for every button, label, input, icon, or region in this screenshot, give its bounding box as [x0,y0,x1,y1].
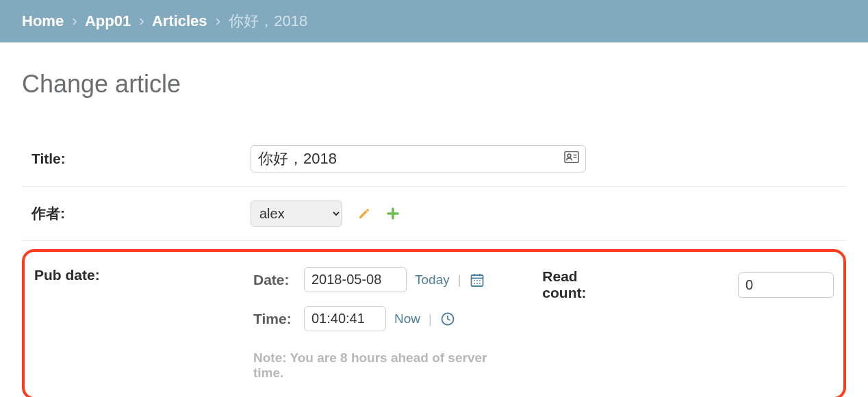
calendar-icon [470,272,485,287]
row-author: 作者: alex [22,187,846,241]
clock-icon [440,311,455,326]
time-subrow: Time: Now | [253,306,515,331]
svg-point-10 [479,280,481,281]
breadcrumb: Home › App01 › Articles › 你好，2018 [0,0,868,42]
author-label: 作者: [31,204,223,223]
svg-point-8 [474,280,475,281]
contact-card-icon [564,151,579,167]
svg-point-12 [476,283,478,284]
readcount-group: Read count: [542,267,834,301]
breadcrumb-current: 你好，2018 [229,12,307,29]
breadcrumb-sep: › [72,12,77,29]
plus-icon [386,207,400,220]
timezone-note: Note: You are 8 hours ahead of server ti… [253,350,515,381]
date-subrow: Date: Today | [253,267,515,292]
breadcrumb-sep: › [216,12,220,29]
breadcrumb-model[interactable]: Articles [152,12,207,29]
edit-author-button[interactable] [357,207,371,220]
breadcrumb-home[interactable]: Home [22,12,64,29]
today-link[interactable]: Today [415,272,450,287]
separator: | [458,272,461,287]
row-title: Title: [22,131,846,187]
breadcrumb-sep: › [139,12,144,29]
title-input[interactable] [251,145,586,172]
now-link[interactable]: Now [394,311,420,326]
svg-point-1 [567,154,571,157]
readcount-label: Read count: [542,268,619,301]
pubdate-inputs: Date: Today | [253,267,515,381]
pencil-icon [357,207,371,220]
time-sub-label: Time: [253,311,296,327]
date-input[interactable] [304,267,407,292]
breadcrumb-app[interactable]: App01 [85,12,131,29]
readcount-input[interactable] [738,272,834,298]
add-author-button[interactable] [386,207,400,220]
page-title: Change article [22,70,846,99]
svg-point-13 [479,283,481,284]
author-select[interactable]: alex [251,201,342,227]
time-input[interactable] [304,306,386,331]
separator: | [429,311,432,326]
date-picker-button[interactable] [470,272,485,287]
title-input-wrap [251,145,586,172]
time-picker-button[interactable] [440,311,455,326]
svg-point-9 [476,280,478,281]
pubdate-label: Pub date: [34,267,226,283]
content: Change article Title: 作者: alex [0,42,868,397]
highlight-box: Pub date: Date: Today | [22,249,846,397]
svg-point-11 [474,283,475,284]
row-pubdate: Pub date: Date: Today | [34,267,834,381]
date-sub-label: Date: [253,272,296,288]
author-controls: alex [251,201,400,227]
title-label: Title: [31,151,223,167]
